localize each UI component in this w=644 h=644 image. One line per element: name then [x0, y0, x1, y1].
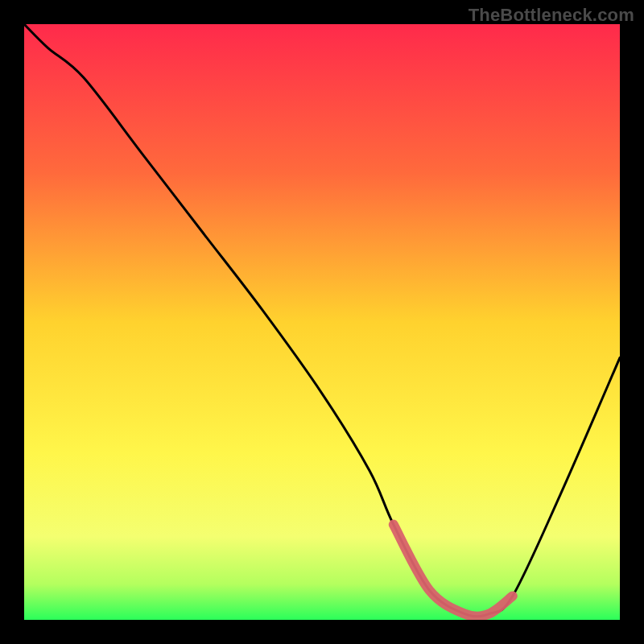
gradient-background — [24, 24, 620, 620]
plot-area — [24, 24, 620, 620]
chart-frame: TheBottleneck.com — [0, 0, 644, 644]
watermark-text: TheBottleneck.com — [469, 5, 634, 26]
chart-svg — [24, 24, 620, 620]
